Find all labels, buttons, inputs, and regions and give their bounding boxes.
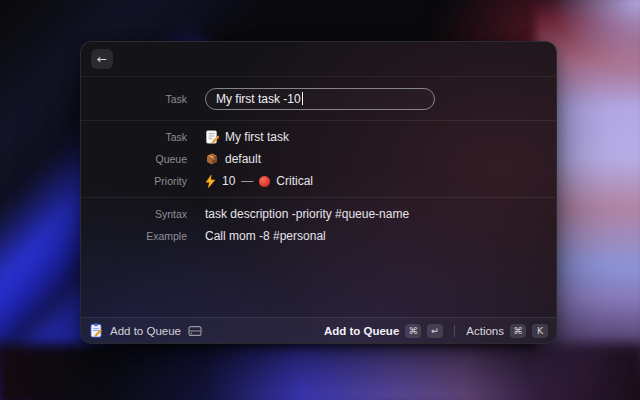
syntax-label: Syntax — [81, 208, 187, 220]
priority-number: 10 — [222, 174, 235, 188]
preview-queue-label: Queue — [81, 153, 187, 165]
window-header: ← — [81, 42, 556, 77]
task-input[interactable]: My first task -10 — [205, 88, 435, 110]
task-input-value: My first task -10 — [216, 92, 301, 106]
help-section: Syntax task description -priority #queue… — [81, 198, 556, 252]
task-preview-section: Task My first task Queue — [81, 121, 556, 198]
command-key-icon: ⌘ — [405, 324, 421, 338]
preview-priority-row: Priority 10 — Critical — [81, 170, 556, 192]
add-to-queue-action[interactable]: Add to Queue — [324, 325, 399, 337]
actions-menu-button[interactable]: Actions — [466, 325, 504, 337]
priority-status: Critical — [276, 174, 313, 188]
preview-queue-row: Queue default — [81, 148, 556, 170]
example-label: Example — [81, 230, 187, 242]
text-cursor — [302, 92, 303, 105]
preview-priority-label: Priority — [81, 175, 187, 187]
k-key-icon: K — [532, 324, 548, 338]
command-info: Add to Queue — [89, 323, 202, 338]
task-form-section: Task My first task -10 — [81, 77, 556, 121]
back-arrow-icon: ← — [97, 53, 107, 65]
return-key-icon: ↵ — [427, 324, 443, 338]
zap-icon — [205, 175, 216, 188]
syntax-row: Syntax task description -priority #queue… — [81, 203, 556, 225]
memo-icon — [205, 130, 219, 144]
preview-queue-value: default — [225, 152, 261, 166]
example-value: Call mom -8 #personal — [205, 229, 326, 243]
drive-icon — [188, 325, 202, 337]
task-field-label: Task — [81, 93, 187, 105]
example-row: Example Call mom -8 #personal — [81, 225, 556, 247]
command-key-icon: ⌘ — [510, 324, 526, 338]
actions-cluster: Add to Queue ⌘ ↵ Actions ⌘ K — [324, 324, 548, 338]
preview-task-value: My first task — [225, 130, 289, 144]
command-title: Add to Queue — [110, 325, 181, 337]
wallpaper-bottom-glow — [0, 344, 640, 400]
back-button[interactable]: ← — [91, 49, 113, 69]
red-circle-icon — [259, 176, 270, 187]
status-bar: Add to Queue Add to Queue ⌘ ↵ Actions ⌘ … — [81, 317, 556, 343]
priority-dash: — — [241, 174, 253, 188]
footer-divider — [454, 325, 455, 337]
syntax-value: task description -priority #queue-name — [205, 207, 409, 221]
preview-task-row: Task My first task — [81, 126, 556, 148]
clipboard-icon — [89, 323, 103, 338]
preview-task-label: Task — [81, 131, 187, 143]
raycast-window: ← Task My first task -10 Task — [80, 41, 557, 344]
package-icon — [205, 152, 219, 166]
desktop: ← Task My first task -10 Task — [0, 0, 640, 400]
